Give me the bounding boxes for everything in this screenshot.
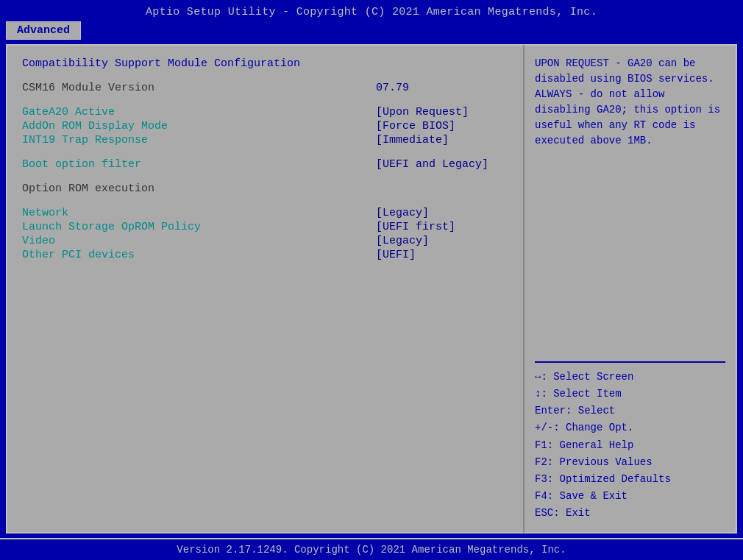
value-other-pci: [UEFI] [376,249,508,261]
hint-select-item: ↕: Select Item [535,386,725,403]
value-boot-filter: [UEFI and Legacy] [376,158,508,171]
hint-select-screen: ↔: Select Screen [535,369,725,386]
footer: Version 2.17.1249. Copyright (C) 2021 Am… [0,538,743,560]
spacer-4 [22,196,508,207]
hint-enter: Enter: Select [535,403,725,419]
value-video: [Legacy] [376,235,508,247]
field-video[interactable]: Video [Legacy] [22,235,508,247]
field-int19[interactable]: INT19 Trap Response [Immediate] [22,134,508,146]
label-gatea20: GateA20 Active [22,106,376,118]
field-boot-filter[interactable]: Boot option filter [UEFI and Legacy] [22,158,508,171]
value-storage-oprom: [UEFI first] [376,221,508,233]
hint-change-opt: +/-: Change Opt. [535,419,725,436]
value-int19: [Immediate] [376,134,508,146]
hint-f2: F2: Previous Values [535,454,725,471]
label-network: Network [22,207,376,219]
right-panel: UPON REQUEST - GA20 can be disabled usin… [524,44,737,534]
field-network[interactable]: Network [Legacy] [22,207,508,219]
spacer-1 [22,96,508,106]
field-storage-oprom[interactable]: Launch Storage OpROM Policy [UEFI first] [22,221,508,233]
hint-esc: ESC: Exit [535,505,725,522]
tab-bar: Advanced [0,21,743,40]
value-gatea20: [Upon Request] [376,106,508,118]
section-title: Compatibility Support Module Configurati… [22,57,508,70]
field-csm16-version: CSM16 Module Version 07.79 [22,82,508,94]
tab-advanced[interactable]: Advanced [6,21,81,40]
hint-f3: F3: Optimized Defaults [535,471,725,488]
field-option-rom-title: Option ROM execution [22,182,508,195]
hint-f1: F1: General Help [535,437,725,454]
label-other-pci: Other PCI devices [22,249,376,261]
main-area: Compatibility Support Module Configurati… [4,43,739,535]
field-gatea20[interactable]: GateA20 Active [Upon Request] [22,106,508,118]
divider [535,361,725,363]
title-text: Aptio Setup Utility - Copyright (C) 2021… [146,6,597,18]
value-network: [Legacy] [376,207,508,219]
bios-setup-screen: Aptio Setup Utility - Copyright (C) 2021… [0,0,743,560]
label-int19: INT19 Trap Response [22,134,376,146]
hint-f4: F4: Save & Exit [535,488,725,505]
field-other-pci[interactable]: Other PCI devices [UEFI] [22,249,508,261]
label-boot-filter: Boot option filter [22,158,376,171]
value-csm16: 07.79 [376,82,508,94]
spacer-3 [22,172,508,182]
help-text: UPON REQUEST - GA20 can be disabled usin… [535,56,725,354]
value-addon-rom: [Force BIOS] [376,120,508,132]
field-addon-rom[interactable]: AddOn ROM Display Mode [Force BIOS] [22,120,508,132]
footer-text: Version 2.17.1249. Copyright (C) 2021 Am… [177,544,566,556]
label-storage-oprom: Launch Storage OpROM Policy [22,221,376,233]
label-video: Video [22,235,376,247]
spacer-2 [22,148,508,158]
left-panel: Compatibility Support Module Configurati… [6,44,524,534]
title-bar: Aptio Setup Utility - Copyright (C) 2021… [0,0,743,21]
label-addon-rom: AddOn ROM Display Mode [22,120,376,132]
label-option-rom: Option ROM execution [22,182,508,195]
key-hints: ↔: Select Screen ↕: Select Item Enter: S… [535,369,725,522]
label-csm16: CSM16 Module Version [22,82,376,94]
